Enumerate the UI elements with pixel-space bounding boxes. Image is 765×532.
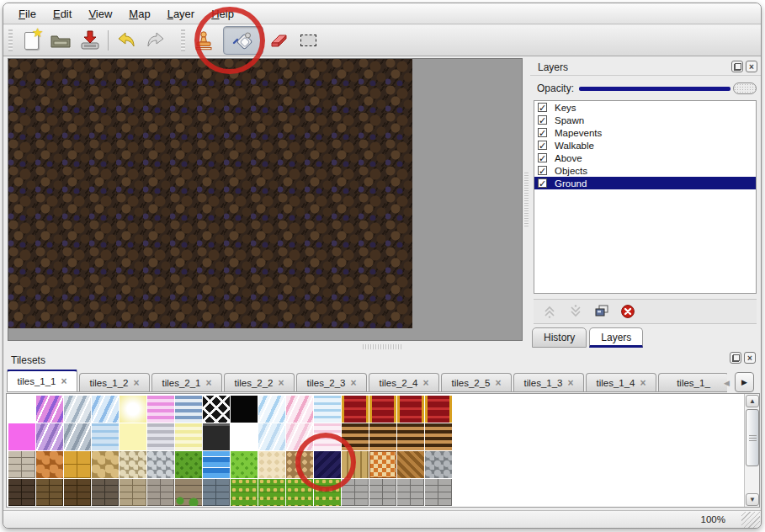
tab-close-icon[interactable]: × (134, 379, 140, 387)
tile-streaks-pink[interactable] (314, 423, 341, 450)
layer-visibility-checkbox[interactable]: ✓ (538, 103, 547, 112)
tab-scroll-left-button[interactable]: ◀ (721, 374, 732, 391)
tileset-tab-tiles_1_2[interactable]: tiles_1_2× (79, 373, 150, 391)
tile-stone-blocks-gray[interactable] (8, 451, 35, 478)
layer-visibility-checkbox[interactable]: ✓ (538, 141, 547, 150)
tile-crystal-pink-pale[interactable] (286, 423, 313, 450)
layer-visibility-checkbox[interactable]: ✓ (538, 166, 547, 175)
layer-row-above[interactable]: ✓Above (534, 152, 756, 164)
tile-long-brick-gray[interactable] (425, 479, 452, 506)
tile-crystal-blue[interactable] (92, 396, 119, 423)
scrollbar-thumb[interactable] (746, 409, 759, 466)
tile-curtain-red[interactable] (425, 396, 452, 423)
tile-water[interactable] (203, 451, 230, 478)
map-viewport[interactable] (8, 58, 523, 341)
opacity-slider-track[interactable] (579, 87, 730, 91)
tile-stripes-brown[interactable] (342, 423, 369, 450)
tile-crystal-gray-dim[interactable] (64, 423, 91, 450)
tile-crystal-gray[interactable] (64, 396, 91, 423)
duplicate-layer-button[interactable] (593, 303, 610, 320)
stamp-tool-button[interactable] (191, 28, 216, 53)
tile-brick-bluegray[interactable] (203, 479, 230, 506)
menu-edit[interactable]: Edit (45, 5, 80, 23)
tile-brick-gray[interactable] (147, 479, 174, 506)
scroll-up-icon[interactable]: ▲ (746, 395, 759, 407)
tile-pebbles-tan[interactable] (120, 451, 146, 478)
tile-grass-flowers[interactable] (314, 479, 341, 506)
tile-stripes-pink[interactable] (147, 396, 174, 423)
layer-row-ground[interactable]: ✓Ground (534, 177, 756, 189)
tile-stripes-brown[interactable] (397, 423, 424, 450)
tile-stone-orange[interactable] (36, 451, 63, 478)
move-layer-down-button[interactable] (567, 303, 584, 320)
tile-herringbone-wood[interactable] (397, 451, 424, 478)
layer-row-objects[interactable]: ✓Objects (534, 164, 756, 177)
tile-dark-sign[interactable] (203, 423, 230, 450)
tab-close-icon[interactable]: × (568, 379, 574, 387)
layer-row-mapevents[interactable]: ✓Mapevents (534, 126, 756, 139)
tile-navy-dark[interactable] (314, 451, 341, 478)
close-panel-icon[interactable]: × (744, 352, 756, 364)
layer-visibility-checkbox[interactable]: ✓ (538, 115, 547, 125)
tile-glow-yellow[interactable] (120, 396, 146, 423)
tile-black[interactable] (231, 396, 258, 423)
layer-visibility-checkbox[interactable]: ✓ (538, 128, 547, 137)
toolbar-grip[interactable] (8, 29, 13, 51)
menu-help[interactable]: Help (203, 5, 242, 23)
layer-row-spawn[interactable]: ✓Spawn (534, 114, 756, 126)
tile-stripes-brown[interactable] (425, 423, 452, 450)
tile-streaks-blue-dim[interactable] (92, 423, 119, 450)
move-layer-up-button[interactable] (541, 303, 558, 320)
tile-stripes-blue[interactable] (175, 396, 202, 423)
float-panel-icon[interactable] (730, 352, 741, 364)
tile-pale-yellow[interactable] (120, 423, 146, 450)
tile-brick-dark[interactable] (8, 479, 35, 506)
tile-sand[interactable] (258, 451, 285, 478)
tile-grass-flowers[interactable] (258, 479, 285, 506)
tile-long-brick-gray[interactable] (369, 479, 396, 506)
layer-row-walkable[interactable]: ✓Walkable (534, 139, 756, 152)
tile-streaks-blue[interactable] (314, 396, 341, 423)
menu-file[interactable]: File (10, 5, 45, 23)
tile-pebble-stones-gray[interactable] (425, 451, 452, 478)
tileset-tab-tiles_1_1[interactable]: tiles_1_1× (7, 370, 77, 391)
tab-close-icon[interactable]: × (206, 379, 212, 387)
tab-scroll-right-button[interactable]: ▶ (735, 372, 754, 392)
tileset-tab-tiles_1_3[interactable]: tiles_1_3× (513, 373, 584, 391)
tile-curtain-red[interactable] (397, 396, 424, 423)
scroll-down-icon[interactable]: ▼ (746, 493, 759, 506)
tile-curtain-red[interactable] (342, 396, 369, 423)
tileset-tab-tiles_2_5[interactable]: tiles_2_5× (441, 373, 512, 391)
palette-scrollbar[interactable]: ▲ ▼ (744, 394, 759, 507)
tile-grass-flowers[interactable] (231, 479, 258, 506)
tile-stripes-brown[interactable] (369, 423, 396, 450)
rect-select-tool-button[interactable] (295, 28, 321, 53)
opacity-slider-handle[interactable] (733, 82, 757, 94)
tile-curtain-red[interactable] (369, 396, 396, 423)
tile-stripes-pale-yellow[interactable] (175, 423, 202, 450)
menu-view[interactable]: View (80, 5, 120, 23)
tab-close-icon[interactable]: × (640, 379, 646, 387)
tileset-tab-tiles_2_2[interactable]: tiles_2_2× (224, 373, 295, 391)
tab-close-icon[interactable]: × (61, 377, 67, 386)
tile-grass-flowers[interactable] (286, 479, 313, 506)
map-canvas[interactable] (8, 59, 412, 328)
delete-layer-button[interactable] (619, 303, 636, 320)
menu-layer[interactable]: Layer (159, 5, 204, 23)
tile-grass-dark[interactable] (175, 451, 202, 478)
tab-close-icon[interactable]: × (351, 379, 357, 387)
tile-tiles-gold[interactable] (64, 451, 91, 478)
tile-crystal-blue-pale[interactable] (258, 423, 285, 450)
tile-empty[interactable] (8, 396, 35, 423)
resize-grip[interactable] (741, 512, 760, 528)
tile-stone-tan[interactable] (92, 451, 119, 478)
tile-long-brick-gray[interactable] (342, 479, 369, 506)
tile-lattice[interactable] (203, 396, 230, 423)
tile-brick-vine[interactable] (175, 479, 202, 506)
close-panel-icon[interactable]: × (746, 61, 757, 72)
save-map-button[interactable] (77, 28, 103, 53)
tile-wood-planks[interactable] (342, 451, 369, 478)
tile-empty[interactable] (231, 423, 258, 450)
tileset-tab-tiles_1[interactable]: tiles_1_ (658, 373, 727, 391)
tile-long-brick-gray[interactable] (397, 479, 424, 506)
